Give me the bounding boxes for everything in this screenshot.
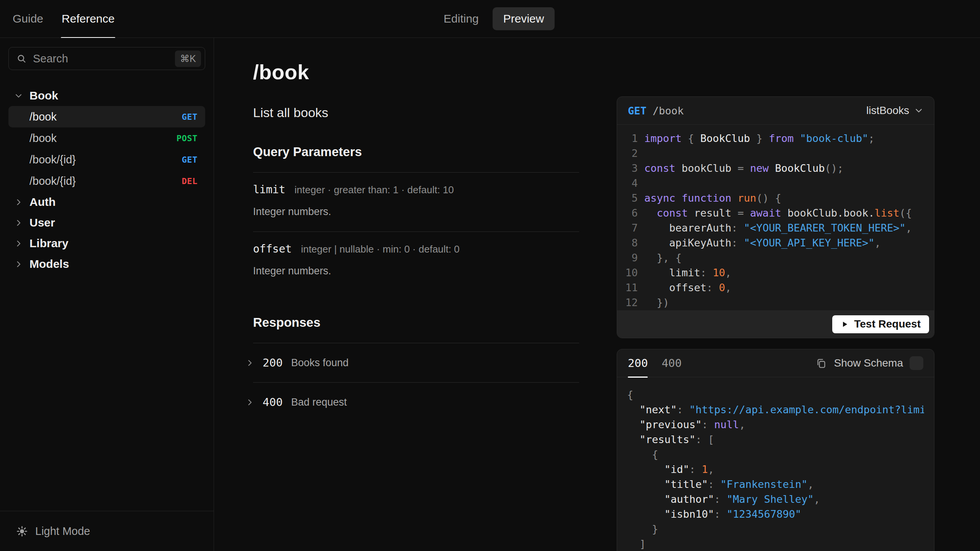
response-tab-200[interactable]: 200	[628, 349, 648, 377]
sidebar-group-library[interactable]: Library	[8, 233, 205, 254]
play-icon	[841, 320, 849, 328]
code-text: })	[644, 295, 669, 310]
response-panel-header: 200 400 Show Schema	[617, 349, 934, 377]
sidebar-endpoint-get-book[interactable]: /bookGET	[8, 106, 205, 127]
operation-label: listBooks	[866, 104, 909, 117]
sidebar-group-book[interactable]: Book	[8, 85, 205, 106]
code-line: 1import { BookClub } from "book-club";	[617, 131, 934, 146]
code-line: 8 apiKeyAuth: "<YOUR_API_KEY_HERE>",	[617, 235, 934, 250]
query-parameters-heading: Query Parameters	[253, 145, 579, 159]
sidebar-group-user[interactable]: User	[8, 212, 205, 233]
response-example-panel: 200 400 Show Schema { "next": "https://a…	[617, 349, 934, 551]
test-request-label: Test Request	[854, 318, 921, 330]
code-line: 4	[617, 176, 934, 191]
json-line: "id": 1,	[627, 462, 924, 477]
sidebar-group-auth[interactable]: Auth	[8, 192, 205, 212]
line-number: 9	[622, 250, 638, 265]
line-number: 11	[622, 280, 638, 295]
code-line: 2	[617, 146, 934, 161]
code-line: 5async function run() {	[617, 191, 934, 205]
editing-toggle[interactable]: Editing	[433, 7, 490, 30]
code-text: async function run() {	[644, 191, 781, 205]
chevron-down-icon	[914, 106, 923, 115]
group-label: Library	[29, 237, 69, 250]
chevron-right-icon	[14, 260, 23, 269]
json-line: "previous": null,	[627, 417, 924, 432]
response-code: 200	[263, 356, 283, 369]
param-description: Integer numbers.	[253, 265, 579, 277]
sidebar-footer: Light Mode	[0, 511, 214, 551]
response-label: Books found	[291, 357, 348, 369]
param-row-limit: limit integer · greater than: 1 · defaul…	[253, 173, 579, 231]
sidebar-endpoint-get-book-id[interactable]: /book/{id}GET	[8, 149, 205, 170]
response-tab-400[interactable]: 400	[662, 349, 681, 377]
response-row-400[interactable]: 400Bad request	[245, 383, 579, 422]
line-number: 2	[622, 146, 638, 161]
code-text: limit: 10,	[644, 265, 732, 280]
operation-select[interactable]: listBooks	[866, 104, 923, 117]
method-badge: POST	[176, 134, 198, 143]
top-header: Guide Reference Editing Preview	[0, 0, 980, 38]
page-title: /book	[253, 60, 579, 84]
line-number: 7	[622, 220, 638, 235]
code-text: const bookClub = new BookClub();	[644, 161, 843, 176]
sidebar-endpoint-del-book-id[interactable]: /book/{id}DEL	[8, 170, 205, 192]
show-schema-toggle[interactable]	[910, 356, 923, 370]
copy-icon[interactable]	[815, 357, 827, 369]
param-row-offset: offset integer | nullable · min: 0 · def…	[253, 232, 579, 291]
param-head: offset integer | nullable · min: 0 · def…	[253, 243, 579, 255]
chevron-right-icon	[14, 198, 23, 207]
param-description: Integer numbers.	[253, 206, 579, 218]
json-line: "results": [	[627, 432, 924, 447]
json-line: "author": "Mary Shelley",	[627, 492, 924, 507]
code-line: 3const bookClub = new BookClub();	[617, 161, 934, 176]
test-request-button[interactable]: Test Request	[832, 315, 929, 333]
preview-toggle[interactable]: Preview	[493, 7, 555, 30]
sidebar-nav: Book/bookGET/bookPOST/book/{id}GET/book/…	[0, 70, 214, 511]
line-number: 3	[622, 161, 638, 176]
endpoint-path: /book	[29, 111, 57, 123]
request-example-panel: GET /book listBooks 1import { BookClub }…	[617, 96, 934, 338]
main-area: /book List all books Query Parameters li…	[214, 38, 980, 551]
code-text: apiKeyAuth: "<YOUR_API_KEY_HERE>",	[644, 235, 881, 250]
sidebar-group-models[interactable]: Models	[8, 254, 205, 274]
light-mode-button[interactable]: Light Mode	[16, 525, 90, 538]
json-line: "next": "https://api.example.com/endpoin…	[627, 402, 924, 417]
endpoint-path: /book	[29, 132, 57, 145]
code-line: 6 const result = await bookClub.book.lis…	[617, 205, 934, 220]
group-label: Book	[29, 89, 58, 102]
request-path: /book	[653, 105, 684, 117]
responses-list: 200Books found400Bad request	[253, 343, 579, 422]
endpoint-path: /book/{id}	[29, 153, 76, 166]
response-body-sample: { "next": "https://api.example.com/endpo…	[617, 377, 934, 551]
param-name: limit	[253, 183, 285, 196]
json-line: ]	[627, 536, 924, 551]
chevron-right-icon	[245, 359, 254, 367]
code-line: 11 offset: 0,	[617, 280, 934, 295]
sidebar: Search ⌘K Book/bookGET/bookPOST/book/{id…	[0, 38, 214, 551]
endpoint-doc: /book List all books Query Parameters li…	[253, 38, 579, 422]
endpoint-summary: List all books	[253, 105, 579, 120]
line-number: 6	[622, 205, 638, 220]
query-parameters-list: limit integer · greater than: 1 · defaul…	[253, 173, 579, 291]
sidebar-endpoint-post-book[interactable]: /bookPOST	[8, 127, 205, 149]
response-row-200[interactable]: 200Books found	[245, 343, 579, 382]
endpoint-path: /book/{id}	[29, 175, 76, 187]
json-line: }	[627, 522, 924, 536]
code-line: 7 bearerAuth: "<YOUR_BEARER_TOKEN_HERE>"…	[617, 220, 934, 235]
request-panel-footer: Test Request	[617, 310, 934, 338]
group-label: Auth	[29, 196, 56, 209]
param-meta: integer | nullable · min: 0 · default: 0	[301, 243, 459, 255]
chevron-down-icon	[14, 91, 23, 100]
example-panels: GET /book listBooks 1import { BookClub }…	[617, 96, 934, 551]
request-code-sample: 1import { BookClub } from "book-club";23…	[617, 125, 934, 310]
param-meta: integer · greater than: 1 · default: 10	[294, 184, 454, 196]
tab-reference[interactable]: Reference	[62, 0, 114, 37]
code-text: offset: 0,	[644, 280, 732, 295]
response-tools: Show Schema	[815, 356, 923, 370]
light-mode-label: Light Mode	[35, 525, 90, 538]
sun-icon	[16, 525, 28, 537]
search-input[interactable]: Search ⌘K	[8, 47, 205, 70]
tab-guide[interactable]: Guide	[13, 0, 43, 37]
code-line: 9 }, {	[617, 250, 934, 265]
